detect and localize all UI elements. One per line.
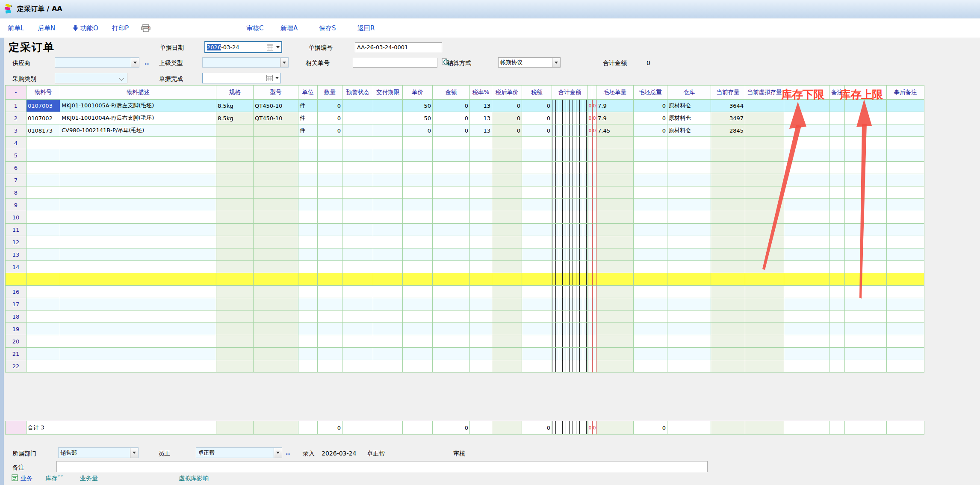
cell-tax[interactable]: 0 xyxy=(522,112,552,124)
cell-qty[interactable] xyxy=(318,298,342,311)
cell-cur_stock[interactable] xyxy=(711,286,745,298)
cell-desc[interactable] xyxy=(60,348,216,360)
cell-unit[interactable] xyxy=(298,248,318,261)
row-number[interactable] xyxy=(6,273,27,286)
cell-price[interactable] xyxy=(403,348,433,360)
cell-note[interactable] xyxy=(829,286,845,298)
cell-spec[interactable] xyxy=(216,224,254,236)
cell-price_after_tax[interactable] xyxy=(492,323,522,335)
cell-total_amount[interactable] xyxy=(552,248,588,261)
cell-spec[interactable] xyxy=(216,273,254,286)
cell-warn[interactable] xyxy=(342,311,373,323)
cell-total_amount[interactable] xyxy=(552,261,588,273)
cell-stock_low[interactable] xyxy=(784,286,829,298)
cell-model[interactable]: QT450-10 xyxy=(254,100,298,112)
cell-red2[interactable] xyxy=(592,174,596,186)
cell-qty[interactable]: 0 xyxy=(318,100,342,112)
cell-stock_high[interactable] xyxy=(845,335,887,348)
cell-unit[interactable] xyxy=(298,162,318,174)
cell-total_amount[interactable] xyxy=(552,149,588,162)
cell-tax[interactable] xyxy=(522,137,552,149)
cell-total_amount[interactable] xyxy=(552,100,588,112)
cell-deliver[interactable] xyxy=(373,273,403,286)
cell-stock_low[interactable] xyxy=(784,199,829,211)
prev-doc-button[interactable]: 前单L xyxy=(8,24,24,33)
cell-total_amount[interactable] xyxy=(552,236,588,248)
calendar-icon[interactable] xyxy=(267,44,273,50)
cell-model[interactable] xyxy=(254,224,298,236)
cell-cur_stock[interactable] xyxy=(711,199,745,211)
cell-stock_low[interactable] xyxy=(784,137,829,149)
cell-cur_virtual[interactable] xyxy=(745,360,784,373)
cell-stock_low[interactable] xyxy=(784,162,829,174)
cell-blank_total_w[interactable] xyxy=(634,298,667,311)
cell-amount[interactable] xyxy=(433,199,470,211)
cell-cur_stock[interactable] xyxy=(711,348,745,360)
cell-desc[interactable] xyxy=(60,298,216,311)
cell-deliver[interactable] xyxy=(373,298,403,311)
cell-blank_total_w[interactable] xyxy=(634,348,667,360)
cell-unit[interactable] xyxy=(298,149,318,162)
cell-blank_total_w[interactable] xyxy=(634,286,667,298)
cell-taxrate[interactable] xyxy=(470,236,492,248)
cell-cur_virtual[interactable] xyxy=(745,224,784,236)
cell-total_amount[interactable] xyxy=(552,186,588,199)
cell-total_amount[interactable] xyxy=(552,199,588,211)
cell-cur_stock[interactable] xyxy=(711,311,745,323)
cell-price[interactable] xyxy=(403,149,433,162)
cell-qty[interactable] xyxy=(318,149,342,162)
cell-cur_virtual[interactable] xyxy=(745,137,784,149)
cell-price_after_tax[interactable] xyxy=(492,236,522,248)
cell-taxrate[interactable] xyxy=(470,273,492,286)
cell-note[interactable] xyxy=(829,311,845,323)
cell-model[interactable] xyxy=(254,286,298,298)
cell-taxrate[interactable]: 13 xyxy=(470,100,492,112)
purchase-cat-combo[interactable] xyxy=(55,73,127,83)
cell-red2[interactable] xyxy=(592,360,596,373)
cell-red1[interactable] xyxy=(588,360,592,373)
cell-amount[interactable] xyxy=(433,137,470,149)
cell-item_no[interactable] xyxy=(27,311,60,323)
cell-desc[interactable]: MKJ01-1001004A-P/后右支脚(毛坯) xyxy=(60,112,216,124)
cell-note[interactable] xyxy=(829,211,845,224)
cell-deliver[interactable] xyxy=(373,360,403,373)
cell-blank_unit_w[interactable]: 7.9 xyxy=(596,100,634,112)
cell-qty[interactable] xyxy=(318,248,342,261)
cell-warehouse[interactable] xyxy=(667,311,711,323)
cell-warn[interactable] xyxy=(342,149,373,162)
cell-red1[interactable] xyxy=(588,149,592,162)
cell-amount[interactable] xyxy=(433,348,470,360)
cell-price[interactable] xyxy=(403,199,433,211)
cell-desc[interactable] xyxy=(60,137,216,149)
audit-button[interactable]: 审核C xyxy=(246,24,263,33)
cell-deliver[interactable] xyxy=(373,137,403,149)
cell-tax[interactable] xyxy=(522,261,552,273)
cell-warn[interactable] xyxy=(342,248,373,261)
cell-post_note[interactable] xyxy=(887,149,924,162)
row-number[interactable]: 17 xyxy=(6,298,27,311)
cell-item_no[interactable] xyxy=(27,149,60,162)
cell-blank_total_w[interactable] xyxy=(634,360,667,373)
cell-desc[interactable] xyxy=(60,323,216,335)
cell-red2[interactable]: 0 xyxy=(592,124,596,137)
tab-business-volume[interactable]: 业务量 xyxy=(80,475,98,482)
row-number[interactable]: 10 xyxy=(6,211,27,224)
cell-blank_total_w[interactable] xyxy=(634,311,667,323)
cell-red1[interactable] xyxy=(588,261,592,273)
cell-warn[interactable] xyxy=(342,137,373,149)
cell-tax[interactable]: 0 xyxy=(522,124,552,137)
cell-cur_virtual[interactable] xyxy=(745,149,784,162)
cell-model[interactable] xyxy=(254,137,298,149)
cell-red1[interactable] xyxy=(588,286,592,298)
row-number[interactable]: 14 xyxy=(6,261,27,273)
cell-unit[interactable]: 件 xyxy=(298,124,318,137)
cell-warn[interactable] xyxy=(342,335,373,348)
cell-tax[interactable]: 0 xyxy=(522,100,552,112)
cell-price_after_tax[interactable] xyxy=(492,174,522,186)
cell-unit[interactable] xyxy=(298,211,318,224)
cell-red1[interactable] xyxy=(588,186,592,199)
doc-done-input[interactable] xyxy=(202,73,281,83)
cell-post_note[interactable] xyxy=(887,248,924,261)
cell-warn[interactable] xyxy=(342,273,373,286)
cell-blank_total_w[interactable] xyxy=(634,335,667,348)
